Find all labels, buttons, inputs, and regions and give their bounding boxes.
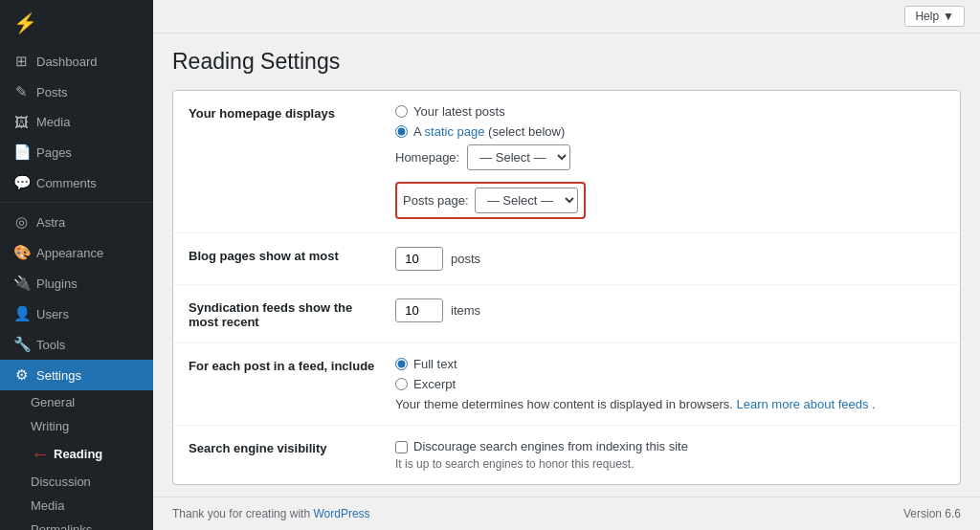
syndication-feeds-control: items	[395, 298, 945, 322]
blog-pages-unit: posts	[451, 252, 480, 266]
homepage-displays-row: Your homepage displays Your latest posts…	[173, 91, 960, 233]
plugins-icon: 🔌	[13, 275, 29, 292]
sidebar-item-label: Appearance	[36, 246, 103, 260]
sidebar-item-label: Media	[36, 115, 70, 129]
excerpt-option[interactable]: Excerpt	[395, 377, 945, 391]
full-text-option[interactable]: Full text	[395, 357, 945, 371]
search-engine-row: Search engine visibility Discourage sear…	[173, 426, 960, 484]
reading-arrow-icon: ←	[31, 443, 50, 465]
footer-text: Thank you for creating with WordPress	[172, 507, 370, 520]
sidebar-item-media[interactable]: 🖼 Media	[0, 107, 153, 137]
help-arrow-icon: ▼	[943, 10, 954, 23]
help-button[interactable]: Help ▼	[904, 6, 965, 27]
feed-include-label: For each post in a feed, include	[189, 357, 380, 373]
posts-icon: ✎	[13, 83, 29, 100]
latest-posts-label: Your latest posts	[413, 104, 505, 119]
settings-submenu: General Writing ← Reading Discussion Med…	[0, 390, 153, 530]
sidebar-item-pages[interactable]: 📄 Pages	[0, 137, 153, 167]
users-icon: 👤	[13, 305, 29, 322]
sidebar: ⚡ ⊞ Dashboard ✎ Posts 🖼 Media 📄 Pages 💬 …	[0, 0, 153, 530]
posts-page-label: Posts page:	[403, 193, 469, 208]
homepage-select-row: Homepage: — Select —	[395, 144, 945, 170]
topbar: Help ▼	[153, 0, 980, 33]
wordpress-logo-icon: ⚡	[13, 11, 37, 34]
latest-posts-option[interactable]: Your latest posts	[395, 104, 945, 119]
sidebar-item-label: Settings	[36, 368, 81, 383]
full-text-label: Full text	[413, 357, 457, 371]
sidebar-item-comments[interactable]: 💬 Comments	[0, 167, 153, 198]
sidebar-item-reading[interactable]: ← Reading	[0, 438, 153, 470]
content-area: Reading Settings Your homepage displays …	[153, 33, 980, 497]
search-engine-note: It is up to search engines to honor this…	[395, 457, 945, 471]
feed-include-control: Full text Excerpt Your theme determines …	[395, 357, 945, 411]
sidebar-item-label: Posts	[36, 85, 68, 99]
blog-pages-control: posts	[395, 247, 945, 271]
sidebar-item-discussion[interactable]: Discussion	[0, 470, 153, 494]
full-text-radio[interactable]	[395, 358, 408, 370]
static-page-radio[interactable]	[395, 125, 408, 138]
syndication-feeds-label: Syndication feeds show the most recent	[189, 298, 380, 329]
page-title: Reading Settings	[172, 49, 961, 75]
pages-icon: 📄	[13, 144, 29, 161]
posts-page-wrapper: Posts page: — Select —	[395, 176, 945, 219]
sidebar-item-writing[interactable]: Writing	[0, 414, 153, 438]
sidebar-item-permalinks[interactable]: Permalinks	[0, 518, 153, 530]
astra-icon: ◎	[13, 213, 29, 231]
search-engine-control: Discourage search engines from indexing …	[395, 439, 945, 471]
blog-pages-label: Blog pages show at most	[189, 247, 380, 263]
help-label: Help	[915, 10, 939, 23]
settings-icon: ⚙	[13, 366, 29, 384]
syndication-feeds-row: Syndication feeds show the most recent i…	[173, 285, 960, 343]
static-page-option[interactable]: A static page (select below)	[395, 124, 945, 139]
sidebar-item-tools[interactable]: 🔧 Tools	[0, 329, 153, 360]
sidebar-item-posts[interactable]: ✎ Posts	[0, 77, 153, 107]
static-page-label: A static page (select below)	[413, 124, 565, 139]
sidebar-logo: ⚡	[0, 0, 153, 46]
sidebar-item-users[interactable]: 👤 Users	[0, 298, 153, 329]
homepage-displays-label: Your homepage displays	[189, 104, 380, 121]
footer-wordpress-link[interactable]: WordPress	[313, 507, 369, 520]
reading-label: Reading	[54, 447, 102, 461]
blog-pages-input[interactable]	[395, 247, 443, 271]
tools-icon: 🔧	[13, 336, 29, 353]
feed-include-row: For each post in a feed, include Full te…	[173, 343, 960, 426]
sidebar-item-dashboard[interactable]: ⊞ Dashboard	[0, 46, 153, 77]
sidebar-item-label: Comments	[36, 176, 97, 190]
excerpt-label: Excerpt	[413, 377, 456, 391]
footer-version: Version 6.6	[903, 507, 961, 520]
sidebar-item-general[interactable]: General	[0, 390, 153, 414]
sidebar-divider	[0, 202, 153, 203]
discourage-checkbox-row: Discourage search engines from indexing …	[395, 439, 945, 453]
sidebar-item-astra[interactable]: ◎ Astra	[0, 207, 153, 237]
latest-posts-radio[interactable]	[395, 105, 408, 118]
discourage-checkbox[interactable]	[395, 441, 408, 453]
main-area: Help ▼ Reading Settings Your homepage di…	[153, 0, 980, 530]
syndication-feeds-input-row: items	[395, 298, 945, 322]
media-icon: 🖼	[13, 114, 29, 130]
appearance-icon: 🎨	[13, 244, 29, 261]
syndication-feeds-input[interactable]	[395, 298, 443, 322]
posts-page-select[interactable]: — Select —	[475, 188, 578, 213]
posts-page-select-wrapper: Posts page: — Select —	[395, 182, 586, 219]
excerpt-radio[interactable]	[395, 378, 408, 390]
learn-more-feeds-link[interactable]: Learn more about feeds	[737, 397, 869, 411]
footer: Thank you for creating with WordPress Ve…	[153, 497, 980, 530]
comments-icon: 💬	[13, 174, 29, 191]
sidebar-item-appearance[interactable]: 🎨 Appearance	[0, 237, 153, 268]
static-page-link[interactable]: static page	[425, 124, 485, 139]
sidebar-item-label: Dashboard	[36, 55, 98, 69]
homepage-select[interactable]: — Select —	[467, 144, 570, 170]
sidebar-item-label: Astra	[36, 215, 65, 230]
sidebar-item-settings[interactable]: ⚙ Settings	[0, 360, 153, 390]
sidebar-item-media-settings[interactable]: Media	[0, 494, 153, 518]
discourage-label: Discourage search engines from indexing …	[413, 439, 688, 453]
feed-info-text: Your theme determines how content is dis…	[395, 397, 945, 411]
blog-pages-row: Blog pages show at most posts	[173, 233, 960, 285]
sidebar-item-label: Users	[36, 307, 69, 321]
blog-pages-input-row: posts	[395, 247, 945, 271]
sidebar-item-label: Tools	[36, 338, 65, 352]
sidebar-item-plugins[interactable]: 🔌 Plugins	[0, 268, 153, 298]
homepage-displays-control: Your latest posts A static page (select …	[395, 104, 945, 219]
sidebar-item-label: Pages	[36, 145, 72, 160]
search-engine-label: Search engine visibility	[189, 439, 380, 455]
